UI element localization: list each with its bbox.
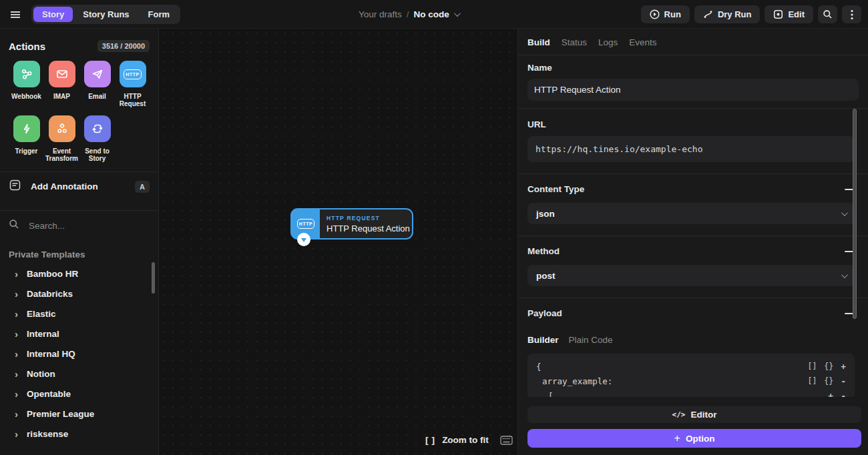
template-item[interactable]: › risksense xyxy=(0,424,158,444)
tile-http-request[interactable]: HTTP HTTP Request xyxy=(115,61,150,107)
tab-story-runs[interactable]: Story Runs xyxy=(74,7,138,22)
template-item[interactable]: › Opentable xyxy=(0,384,158,404)
edit-icon xyxy=(773,9,783,19)
tab-events[interactable]: Events xyxy=(629,37,656,47)
template-item[interactable]: › Premier League xyxy=(0,404,158,424)
tile-event-transform[interactable]: Event Transform xyxy=(44,115,79,162)
builder-control[interactable]: - xyxy=(841,376,846,386)
config-scroll-area[interactable]: URL Content Type json Method post xyxy=(518,108,868,397)
node-output-port[interactable] xyxy=(297,233,310,246)
sidebar-scrollbar[interactable] xyxy=(152,262,155,294)
private-templates-heading: Private Templates xyxy=(9,250,150,260)
tile-label: HTTP Request xyxy=(116,93,150,107)
send-icon[interactable] xyxy=(84,61,111,87)
menu-icon[interactable] xyxy=(7,6,24,23)
add-option-button[interactable]: + Option xyxy=(527,429,861,448)
template-label: Notion xyxy=(27,369,55,379)
payload-label: Payload xyxy=(527,308,562,318)
add-annotation-button[interactable]: Add Annotation A xyxy=(0,172,158,201)
chevron-right-icon: › xyxy=(15,289,18,299)
builder-control[interactable]: {} xyxy=(824,376,833,386)
run-button[interactable]: Run xyxy=(641,5,690,23)
tile-label: Event Transform xyxy=(45,147,79,162)
method-section: Method post xyxy=(518,236,868,286)
chevron-down-icon xyxy=(841,209,848,216)
editor-button[interactable]: </> Editor xyxy=(527,406,861,423)
template-item[interactable]: › Elastic xyxy=(0,304,158,324)
content-type-value: json xyxy=(536,209,555,219)
search-icon xyxy=(9,219,19,232)
search-button[interactable] xyxy=(818,5,837,23)
zoom-to-fit-button[interactable]: Zoom to fit xyxy=(442,435,489,445)
template-item[interactable]: › Notion xyxy=(0,364,158,384)
builder-control[interactable]: {} xyxy=(824,362,833,372)
builder-row-controls: []{}- xyxy=(807,376,846,386)
keyboard-shortcuts-icon[interactable] xyxy=(500,436,513,445)
tab-status[interactable]: Status xyxy=(562,37,587,47)
builder-control[interactable]: + xyxy=(828,391,833,398)
name-input[interactable] xyxy=(527,79,859,101)
url-input[interactable] xyxy=(527,136,855,162)
content-type-select[interactable]: json xyxy=(527,203,855,224)
template-item[interactable]: › Databricks xyxy=(0,284,158,304)
builder-row[interactable]: { []{}+ xyxy=(527,359,855,374)
builder-control[interactable]: [] xyxy=(807,362,817,372)
tile-webhook[interactable]: Webhook xyxy=(9,61,44,107)
shapes-icon[interactable] xyxy=(49,115,75,142)
loop-icon[interactable] xyxy=(84,115,111,142)
tab-story[interactable]: Story xyxy=(33,7,73,22)
builder-row[interactable]: array_example: []{}- xyxy=(527,374,855,388)
tile-send-to-story[interactable]: Send to Story xyxy=(79,115,115,162)
zoom-to-fit-icon: [ ] xyxy=(425,435,436,445)
dry-run-label: Dry Run xyxy=(718,9,752,19)
builder-control[interactable]: - xyxy=(841,391,846,398)
webhook-icon[interactable] xyxy=(13,61,40,87)
bolt-icon[interactable] xyxy=(13,115,40,142)
method-select[interactable]: post xyxy=(527,265,855,286)
more-options-button[interactable] xyxy=(842,5,861,23)
action-tiles: Webhook IMAP Email HTTP HTTP Request Tri… xyxy=(9,61,158,162)
http-icon[interactable]: HTTP xyxy=(120,61,146,87)
payload-builder[interactable]: { []{}+ array_example: []{}- [ +- xyxy=(527,354,855,397)
template-list: › Bamboo HR › Databricks › Elastic › Int… xyxy=(0,264,158,444)
builder-control[interactable]: + xyxy=(841,362,846,372)
plus-icon: + xyxy=(674,433,680,444)
dry-run-button[interactable]: Dry Run xyxy=(694,5,761,23)
template-item[interactable]: › Internal HQ xyxy=(0,344,158,364)
template-item[interactable]: › Bamboo HR xyxy=(0,264,158,284)
edit-label: Edit xyxy=(788,9,805,19)
tab-build[interactable]: Build xyxy=(527,37,550,47)
method-value: post xyxy=(536,271,556,281)
template-label: Internal HQ xyxy=(27,349,75,359)
node-type-label: HTTP REQUEST xyxy=(327,215,412,221)
chevron-right-icon: › xyxy=(15,349,18,359)
builder-row[interactable]: [ +- xyxy=(527,388,855,397)
tab-logs[interactable]: Logs xyxy=(598,37,618,47)
template-label: Databricks xyxy=(27,289,73,299)
envelope-icon[interactable] xyxy=(49,61,75,87)
tile-imap[interactable]: IMAP xyxy=(44,61,79,107)
builder-row-text: [ xyxy=(548,391,554,398)
code-icon: </> xyxy=(672,410,686,419)
breadcrumb[interactable]: Your drafts / No code xyxy=(359,0,459,29)
template-label: Internal xyxy=(27,329,59,339)
tab-plain-code[interactable]: Plain Code xyxy=(569,335,613,345)
template-item[interactable]: › Internal xyxy=(0,324,158,344)
builder-row-text: { xyxy=(536,362,541,372)
panel-scrollbar[interactable] xyxy=(853,109,857,319)
editor-label: Editor xyxy=(690,410,716,420)
tile-email[interactable]: Email xyxy=(79,61,115,107)
tile-trigger[interactable]: Trigger xyxy=(9,115,44,162)
tab-builder[interactable]: Builder xyxy=(527,335,559,345)
tile-label: IMAP xyxy=(53,93,70,100)
edit-button[interactable]: Edit xyxy=(765,5,813,23)
chevron-right-icon: › xyxy=(15,429,18,439)
story-canvas[interactable]: HTTP HTTP REQUEST HTTP Request Action [ … xyxy=(159,29,517,455)
tab-form[interactable]: Form xyxy=(140,7,179,22)
search-input[interactable] xyxy=(29,221,129,231)
builder-control[interactable]: [] xyxy=(807,376,817,386)
chevron-right-icon: › xyxy=(15,269,18,279)
breadcrumb-current[interactable]: No code xyxy=(414,9,449,19)
breadcrumb-drafts[interactable]: Your drafts xyxy=(359,9,402,19)
http-request-node[interactable]: HTTP HTTP REQUEST HTTP Request Action xyxy=(290,208,413,240)
